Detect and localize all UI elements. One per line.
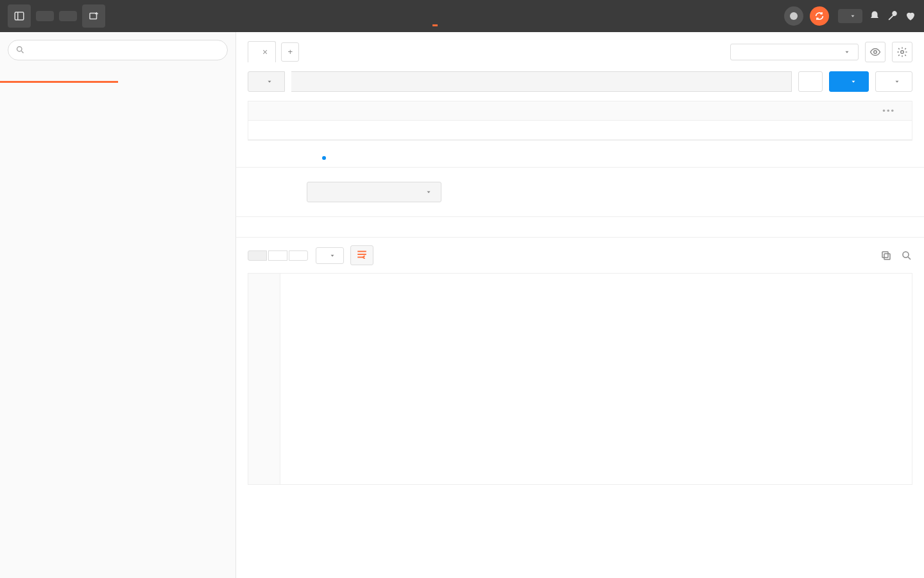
svg-point-10 — [874, 50, 877, 53]
import-button[interactable] — [59, 11, 77, 21]
chevron-down-icon — [844, 49, 850, 55]
tab-collections[interactable] — [118, 68, 236, 83]
tab-team-library[interactable] — [457, 6, 462, 26]
chevron-down-icon — [850, 78, 857, 85]
request-row — [236, 62, 924, 101]
svg-marker-14 — [896, 81, 899, 83]
new-desc-input[interactable] — [656, 127, 912, 134]
response-body[interactable] — [248, 273, 912, 485]
heart-icon[interactable] — [905, 10, 916, 22]
main: × + — [236, 32, 924, 578]
gear-icon[interactable] — [892, 42, 912, 62]
view-mode-row — [236, 238, 924, 273]
view-pretty[interactable] — [248, 250, 267, 261]
svg-point-11 — [901, 50, 904, 53]
sync-icon[interactable] — [810, 6, 829, 26]
wrap-lines-button[interactable] — [350, 245, 373, 265]
more-icon[interactable]: ••• — [882, 106, 895, 116]
sidebar — [0, 32, 236, 578]
top-nav — [110, 6, 784, 26]
svg-line-23 — [908, 257, 911, 259]
url-input[interactable] — [291, 71, 792, 92]
language-select[interactable] — [316, 247, 344, 264]
clear-all-link[interactable] — [0, 83, 235, 93]
request-tab[interactable]: × — [248, 41, 276, 62]
view-raw[interactable] — [268, 250, 287, 261]
cloud-icon[interactable] — [784, 6, 803, 26]
filter-input[interactable] — [8, 40, 228, 60]
tests-indicator-icon — [322, 156, 326, 160]
col-key — [271, 107, 464, 115]
eye-icon[interactable] — [865, 42, 886, 62]
send-button[interactable] — [829, 71, 869, 92]
svg-marker-15 — [427, 191, 431, 193]
svg-line-8 — [21, 51, 23, 53]
chevron-down-icon — [425, 189, 432, 195]
params-button[interactable] — [798, 71, 823, 92]
environment-select[interactable] — [730, 44, 859, 60]
subtab-tests[interactable] — [320, 147, 326, 167]
close-tab-icon[interactable]: × — [262, 47, 268, 57]
params-table: ••• — [248, 101, 912, 141]
svg-marker-6 — [851, 15, 855, 17]
auth-row — [236, 168, 924, 217]
wrench-icon[interactable] — [887, 10, 898, 22]
new-value-input[interactable] — [464, 127, 656, 134]
chevron-down-icon — [329, 252, 336, 259]
svg-rect-20 — [884, 254, 890, 259]
view-preview[interactable] — [289, 250, 308, 261]
svg-point-5 — [790, 12, 798, 20]
save-button[interactable] — [875, 71, 912, 92]
response-meta — [884, 229, 912, 234]
svg-rect-0 — [15, 12, 24, 20]
svg-marker-9 — [846, 51, 849, 53]
method-select[interactable] — [248, 71, 285, 92]
request-subtabs — [236, 141, 924, 168]
svg-point-22 — [903, 252, 909, 258]
svg-point-7 — [17, 47, 22, 52]
new-key-input[interactable] — [271, 127, 464, 134]
chevron-down-icon — [850, 13, 856, 19]
tab-builder[interactable] — [432, 6, 438, 26]
auth-type-select[interactable] — [307, 182, 441, 202]
new-window-button[interactable] — [82, 4, 105, 28]
chevron-down-icon — [266, 78, 273, 85]
chevron-down-icon — [894, 78, 900, 85]
request-tabbar: × + — [236, 32, 924, 62]
runner-button[interactable] — [36, 11, 54, 21]
bell-icon[interactable] — [869, 10, 880, 22]
user-menu[interactable] — [838, 9, 862, 23]
tab-history[interactable] — [0, 68, 118, 83]
svg-rect-21 — [882, 252, 888, 258]
response-tabs — [236, 217, 924, 238]
search-icon — [15, 45, 25, 55]
add-tab-button[interactable]: + — [281, 42, 299, 62]
col-value — [464, 107, 656, 115]
sidebar-toggle-button[interactable] — [8, 4, 31, 28]
search-response-icon[interactable] — [901, 250, 912, 261]
topbar-right — [784, 6, 916, 26]
svg-marker-13 — [852, 81, 855, 83]
svg-marker-16 — [331, 254, 334, 256]
topbar — [0, 0, 924, 32]
copy-icon[interactable] — [880, 250, 892, 261]
svg-marker-12 — [268, 81, 271, 83]
